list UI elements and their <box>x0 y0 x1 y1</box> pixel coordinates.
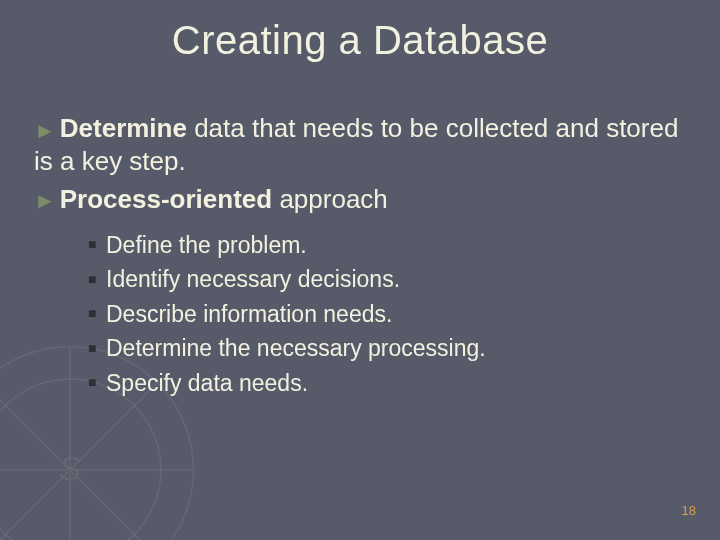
svg-text:S: S <box>59 449 82 487</box>
sub-text: Specify data needs. <box>106 370 308 396</box>
list-item: ■Determine the necessary processing. <box>88 331 680 366</box>
svg-point-1 <box>0 379 161 540</box>
square-bullet-icon: ■ <box>88 303 106 324</box>
sub-text: Determine the necessary processing. <box>106 335 486 361</box>
square-bullet-icon: ■ <box>88 338 106 359</box>
list-item: ■Define the problem. <box>88 228 680 263</box>
square-bullet-icon: ■ <box>88 234 106 255</box>
slide-title: Creating a Database <box>0 18 720 63</box>
sub-text: Describe information needs. <box>106 301 392 327</box>
arrow-icon: ► <box>34 188 56 214</box>
square-bullet-icon: ■ <box>88 372 106 393</box>
sub-text: Identify necessary decisions. <box>106 266 400 292</box>
bullet-rest: approach <box>272 184 388 214</box>
sub-list: ■Define the problem. ■Identify necessary… <box>88 228 680 401</box>
slide: S Creating a Database ►Determine data th… <box>0 0 720 540</box>
slide-body: ►Determine data that needs to be collect… <box>34 112 680 400</box>
list-item: ■Specify data needs. <box>88 366 680 401</box>
bullet-item-1: ►Determine data that needs to be collect… <box>34 112 680 179</box>
arrow-icon: ► <box>34 117 56 145</box>
list-item: ■Describe information needs. <box>88 297 680 332</box>
bullet-bold: Process-oriented <box>60 184 272 214</box>
list-item: ■Identify necessary decisions. <box>88 262 680 297</box>
svg-line-4 <box>0 379 161 540</box>
svg-line-5 <box>0 379 161 540</box>
sub-text: Define the problem. <box>106 232 307 258</box>
page-number: 18 <box>682 503 696 518</box>
bullet-bold: Determine <box>60 113 187 143</box>
square-bullet-icon: ■ <box>88 269 106 290</box>
bullet-item-2: ►Process-oriented approach <box>34 183 680 216</box>
